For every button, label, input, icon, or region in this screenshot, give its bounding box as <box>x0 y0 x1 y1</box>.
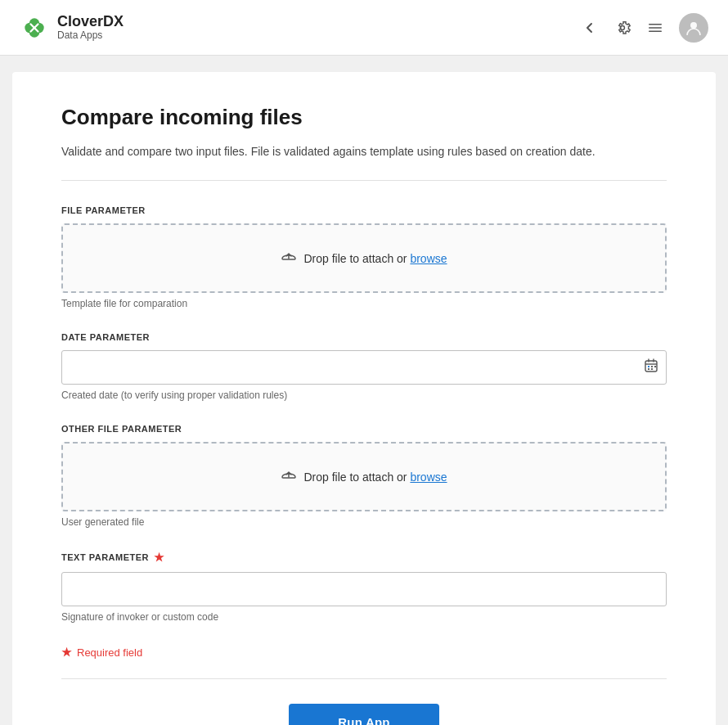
date-input[interactable] <box>61 350 667 385</box>
page-title: Compare incoming files <box>61 105 667 130</box>
brand-name: CloverDX <box>57 14 124 30</box>
other-file-drop-zone[interactable]: Drop file to attach or browse <box>61 442 667 511</box>
date-param-label: DATE PARAMETER <box>61 332 667 342</box>
logo-text: CloverDX Data Apps <box>57 14 124 42</box>
back-icon[interactable] <box>581 19 599 37</box>
required-field-text: Required field <box>77 646 142 659</box>
file-param-label: FILE PARAMETER <box>61 205 667 215</box>
date-parameter-section: DATE PARAMETER Created date (to verify u… <box>61 332 667 401</box>
required-star-icon: ★ <box>154 551 165 564</box>
other-file-parameter-section: OTHER FILE PARAMETER Drop file to attach… <box>61 424 667 528</box>
header-actions <box>581 13 708 43</box>
menu-icon[interactable] <box>646 19 664 37</box>
settings-icon[interactable] <box>613 19 631 37</box>
svg-rect-9 <box>649 30 662 32</box>
brand-subtitle: Data Apps <box>57 29 124 41</box>
svg-point-10 <box>690 22 697 29</box>
other-file-browse-link[interactable]: browse <box>410 471 447 484</box>
file-parameter-section: FILE PARAMETER Drop file to attach or br… <box>61 205 667 309</box>
file-drop-zone[interactable]: Drop file to attach or browse <box>61 223 667 293</box>
other-file-drop-text: Drop file to attach or browse <box>303 471 447 484</box>
required-field-notice: ★ Required field <box>61 646 667 659</box>
other-file-param-hint: User generated file <box>61 516 667 528</box>
section-divider <box>61 180 667 181</box>
other-file-param-label: OTHER FILE PARAMETER <box>61 424 667 434</box>
bottom-divider <box>61 678 667 679</box>
clover-logo-icon <box>20 13 49 43</box>
logo: CloverDX Data Apps <box>20 13 124 43</box>
main-content: Compare incoming files Validate and comp… <box>12 72 716 725</box>
svg-rect-7 <box>649 24 662 25</box>
app-header: CloverDX Data Apps <box>0 0 728 56</box>
user-avatar[interactable] <box>679 13 708 43</box>
file-browse-link[interactable]: browse <box>410 252 447 265</box>
text-param-hint: Signature of invoker or custom code <box>61 611 667 623</box>
page-description: Validate and compare two input files. Fi… <box>61 143 667 160</box>
date-param-hint: Created date (to verify using proper val… <box>61 390 667 401</box>
run-app-button[interactable]: Run App <box>289 704 438 725</box>
text-input[interactable] <box>61 572 667 606</box>
text-param-label: TEXT PARAMETER ★ <box>61 551 667 564</box>
svg-rect-8 <box>649 27 662 29</box>
file-param-hint: Template file for comparation <box>61 298 667 309</box>
other-upload-icon <box>281 466 297 487</box>
upload-icon <box>281 248 297 268</box>
date-input-wrapper <box>61 350 667 385</box>
text-parameter-section: TEXT PARAMETER ★ Signature of invoker or… <box>61 551 667 623</box>
file-drop-text: Drop file to attach or browse <box>303 252 447 265</box>
required-notice-star: ★ <box>61 646 72 659</box>
